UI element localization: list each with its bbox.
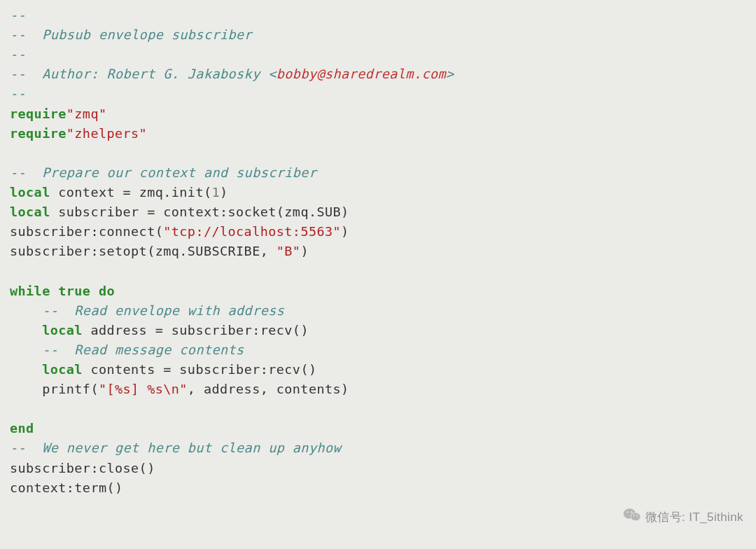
keyword-local: local bbox=[42, 362, 83, 377]
operator: = bbox=[163, 362, 172, 377]
keyword-local: local bbox=[10, 185, 50, 200]
watermark: 微信号: IT_5ithink bbox=[623, 507, 743, 528]
keyword-require: require bbox=[10, 126, 66, 141]
string: "zhelpers" bbox=[66, 126, 147, 141]
svg-point-4 bbox=[631, 511, 632, 513]
call: subscriber:recv() bbox=[163, 323, 309, 338]
watermark-text: 微信号: IT_5ithink bbox=[645, 508, 743, 527]
call: subscriber:setopt(zmq.SUBSCRIBE, bbox=[10, 244, 276, 258]
identifier: context bbox=[50, 185, 123, 200]
keyword-end: end bbox=[10, 421, 34, 436]
call: subscriber:connect( bbox=[10, 224, 163, 239]
paren: ) bbox=[220, 185, 228, 200]
operator: = bbox=[123, 185, 132, 200]
svg-point-3 bbox=[626, 511, 628, 513]
call: subscriber:close() bbox=[10, 461, 155, 475]
keyword-while: while bbox=[10, 284, 50, 298]
keyword-require: require bbox=[10, 106, 66, 121]
paren: ) bbox=[341, 224, 349, 239]
paren: ) bbox=[300, 244, 309, 258]
comment: > bbox=[446, 67, 454, 81]
author-email: bobby@sharedrealm.com bbox=[276, 67, 446, 81]
call: zmq.init( bbox=[131, 185, 211, 200]
keyword-local: local bbox=[10, 204, 50, 219]
code-block: -- -- Pubsub envelope subscriber -- -- A… bbox=[10, 6, 746, 498]
wechat-icon bbox=[623, 507, 641, 528]
comment: -- Read envelope with address bbox=[42, 303, 284, 318]
call: context:term() bbox=[10, 480, 123, 495]
call: printf( bbox=[42, 382, 99, 396]
comment: -- Prepare our context and subscriber bbox=[10, 165, 316, 180]
operator: = bbox=[147, 204, 155, 219]
keyword-true: true bbox=[50, 284, 99, 298]
string: "B" bbox=[276, 244, 301, 258]
operator: = bbox=[155, 323, 164, 338]
string: "[%s] %s\n" bbox=[99, 382, 188, 396]
comment: -- bbox=[10, 47, 26, 62]
string: "zmq" bbox=[66, 106, 107, 121]
comment: -- We never get here but clean up anyhow bbox=[10, 440, 341, 455]
identifier: subscriber bbox=[50, 204, 147, 219]
comment-author: -- Author: Robert G. Jakabosky < bbox=[10, 67, 276, 81]
call: context:socket(zmq.SUB) bbox=[155, 204, 349, 219]
comment: -- Read message contents bbox=[42, 342, 244, 357]
call-args: , address, contents) bbox=[188, 382, 349, 396]
keyword-do: do bbox=[99, 284, 115, 298]
svg-point-2 bbox=[631, 513, 640, 521]
comment: -- Pubsub envelope subscriber bbox=[10, 27, 252, 42]
comment: -- bbox=[10, 86, 26, 101]
identifier: contents bbox=[83, 362, 163, 377]
call: subscriber:recv() bbox=[172, 362, 317, 377]
identifier: address bbox=[83, 323, 155, 338]
comment: -- bbox=[10, 8, 26, 22]
keyword-local: local bbox=[42, 323, 83, 338]
svg-point-6 bbox=[636, 515, 638, 517]
svg-point-5 bbox=[634, 515, 635, 517]
string: "tcp://localhost:5563" bbox=[163, 224, 341, 239]
number: 1 bbox=[211, 185, 220, 200]
